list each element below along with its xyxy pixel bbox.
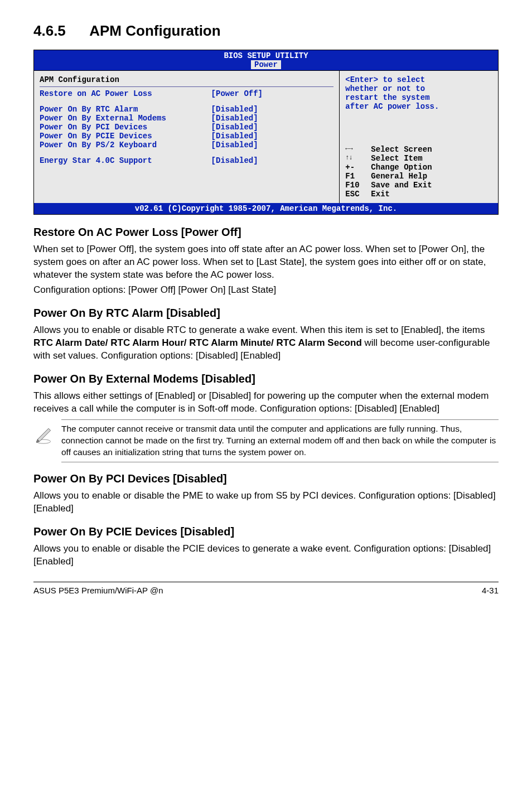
topic-body: Allows you to enable or disable the PME … xyxy=(33,490,499,515)
topic-body: Allows you to enable or disable the PCIE… xyxy=(33,543,499,568)
help-line: restart the system xyxy=(345,93,492,102)
bios-setting-row[interactable]: Power On By External Modems [Disabled] xyxy=(40,114,333,123)
bios-setting-value: [Disabled] xyxy=(211,114,334,123)
bios-setting-value: [Disabled] xyxy=(211,141,334,149)
help-line: whether or not to xyxy=(345,84,492,93)
bios-setting-row[interactable]: Power On By PCIE Devices [Disabled] xyxy=(40,132,333,141)
key-label: F10 xyxy=(345,181,371,190)
topic-body: Configuration options: [Power Off] [Powe… xyxy=(33,284,499,297)
section-title-text: APM Configuration xyxy=(89,22,220,39)
topic-heading-pci: Power On By PCI Devices [Disabled] xyxy=(33,472,499,485)
key-desc: Exit xyxy=(371,190,390,199)
key-label: ESC xyxy=(345,190,371,199)
key-desc: Select Screen xyxy=(371,145,432,154)
help-line: after AC power loss. xyxy=(345,102,492,111)
bios-setting-label: Restore on AC Power Loss xyxy=(40,89,211,98)
bios-key-hints: ←→Select Screen ↑↓Select Item +-Change O… xyxy=(345,145,492,199)
key-label: ←→ xyxy=(345,145,371,154)
footer-left: ASUS P5E3 Premium/WiFi-AP @n xyxy=(33,586,163,595)
topic-heading-restore: Restore On AC Power Loss [Power Off] xyxy=(33,226,499,239)
bios-setting-value: [Disabled] xyxy=(211,156,334,165)
bios-footer: v02.61 (C)Copyright 1985-2007, American … xyxy=(34,203,498,214)
bios-setting-label: Power On By RTC Alarm xyxy=(40,105,211,114)
key-desc: Save and Exit xyxy=(371,181,432,190)
topic-body: This allows either settings of [Enabled]… xyxy=(33,390,499,416)
section-number: 4.6.5 xyxy=(33,22,66,39)
bios-setting-label: Power On By PCI Devices xyxy=(40,123,211,132)
bios-right-panel: <Enter> to select whether or not to rest… xyxy=(340,71,498,203)
topic-heading-rtc: Power On By RTC Alarm [Disabled] xyxy=(33,307,499,320)
bios-setting-label: Power On By External Modems xyxy=(40,114,211,123)
bios-setting-value: [Power Off] xyxy=(211,89,334,98)
key-desc: General Help xyxy=(371,172,427,181)
topic-body: Allows you to enable or disable RTC to g… xyxy=(33,324,499,363)
bios-help-text: <Enter> to select whether or not to rest… xyxy=(345,75,492,111)
topic-body: When set to [Power Off], the system goes… xyxy=(33,243,499,282)
bios-setting-row[interactable]: Restore on AC Power Loss [Power Off] xyxy=(40,89,333,98)
topic-heading-ext-modem: Power On By External Modems [Disabled] xyxy=(33,373,499,385)
key-desc: Change Option xyxy=(371,163,432,172)
section-heading: 4.6.5 APM Configuration xyxy=(33,22,499,40)
page-footer: ASUS P5E3 Premium/WiFi-AP @n 4-31 xyxy=(33,582,499,595)
bios-left-panel: APM Configuration Restore on AC Power Lo… xyxy=(34,71,340,203)
bios-header: BIOS SETUP UTILITY Power xyxy=(34,50,498,70)
help-line: <Enter> to select xyxy=(345,75,492,84)
bios-setting-value: [Disabled] xyxy=(211,132,334,141)
bios-setting-label: Energy Star 4.0C Support xyxy=(40,156,211,165)
key-label: +- xyxy=(345,163,371,172)
bios-setting-value: [Disabled] xyxy=(211,123,334,132)
bios-setting-label: Power On By PS/2 Keyboard xyxy=(40,141,211,149)
note-text: The computer cannot receive or transmit … xyxy=(61,423,499,458)
body-text: Allows you to enable or disable RTC to g… xyxy=(33,325,485,335)
key-label: ↑↓ xyxy=(345,154,371,163)
bios-setting-label: Power On By PCIE Devices xyxy=(40,132,211,141)
footer-page-number: 4-31 xyxy=(482,586,499,595)
bios-setting-row[interactable]: Energy Star 4.0C Support [Disabled] xyxy=(40,156,333,165)
key-desc: Select Item xyxy=(371,154,422,163)
body-bold: RTC Alarm Date/ RTC Alarm Hour/ RTC Alar… xyxy=(33,337,362,348)
bios-setting-row[interactable]: Power On By RTC Alarm [Disabled] xyxy=(40,105,333,114)
key-label: F1 xyxy=(345,172,371,181)
note-block: The computer cannot receive or transmit … xyxy=(61,419,499,462)
bios-panel-title: APM Configuration xyxy=(40,75,333,84)
bios-setting-value: [Disabled] xyxy=(211,105,334,114)
bios-setting-row[interactable]: Power On By PS/2 Keyboard [Disabled] xyxy=(40,141,333,149)
bios-setup-panel: BIOS SETUP UTILITY Power APM Configurati… xyxy=(33,50,499,215)
bios-title: BIOS SETUP UTILITY xyxy=(34,51,498,60)
bios-setting-row[interactable]: Power On By PCI Devices [Disabled] xyxy=(40,123,333,132)
topic-heading-pcie: Power On By PCIE Devices [Disabled] xyxy=(33,525,499,538)
pencil-note-icon xyxy=(33,423,54,458)
bios-tab-power[interactable]: Power xyxy=(251,60,281,69)
